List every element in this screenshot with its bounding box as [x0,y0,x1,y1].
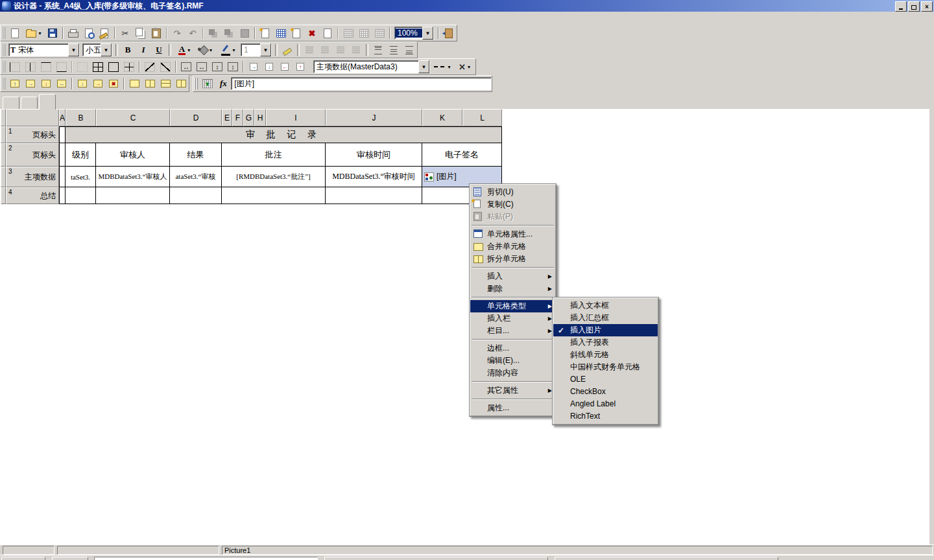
context-delete[interactable]: 删除 ▶ [470,283,555,295]
insert-col-right-button[interactable] [54,77,69,90]
border-inner-button[interactable] [122,60,136,73]
diagonal-down-button[interactable] [143,60,157,73]
insert-band-button[interactable] [258,27,272,40]
grow-width-button[interactable] [278,60,292,73]
cell-a4[interactable] [59,187,66,204]
column-header-h[interactable]: H [254,109,266,126]
submenu-insert-summary[interactable]: 插入汇总框 ▶ [553,312,658,324]
tab-script[interactable] [3,97,19,109]
context-columns[interactable]: 栏目... ▶ [470,325,555,337]
cell-ei4[interactable] [222,187,326,204]
open-button[interactable] [23,27,44,40]
row-header-1[interactable]: 1 页标头 [6,126,59,143]
cell-c4[interactable] [96,187,170,204]
column-header-g[interactable]: G [243,109,254,126]
insert-grid-button[interactable] [274,27,288,40]
page-setup-button[interactable] [97,27,112,40]
field-comment[interactable]: [RMDBDataSet3.“批注”] [222,167,326,187]
fit-height-button[interactable] [210,60,224,73]
column-header-f[interactable]: F [232,109,243,126]
highlight-pen-button[interactable] [280,43,294,56]
cell-a1[interactable] [59,126,66,143]
cell-a3[interactable] [59,167,66,187]
submenu-ole[interactable]: OLE ▶ [553,373,658,386]
zoom-combo[interactable]: 100% ▼ [394,27,434,40]
border-all-button[interactable] [91,60,105,73]
context-other-properties[interactable]: 其它属性 ▶ [470,384,555,397]
toolbar-grip[interactable] [2,44,5,56]
corner-cell[interactable] [6,109,59,126]
context-cell-type[interactable]: 单元格类型 ▶ [470,300,555,312]
border-outer-button[interactable] [106,60,121,73]
field-result[interactable]: ataSet3.“审核 [170,167,222,187]
submenu-insert-textbox[interactable]: 插入文本框 ▶ [553,299,658,312]
submenu-insert-subreport[interactable]: 插入子报表 ▶ [553,336,658,349]
cell-a2[interactable] [59,143,66,167]
cell-signature[interactable]: 电子签名 [422,143,502,167]
merge-cells-button[interactable] [127,77,141,90]
valign-top-button[interactable] [371,43,385,56]
submenu-richtext[interactable]: RichText ▶ [553,410,658,423]
toolbar-grip[interactable] [2,27,5,39]
restore-button[interactable] [908,1,920,12]
line-width-dropdown-icon[interactable]: ▼ [260,43,271,56]
exit-designer-button[interactable]: ◄ [442,27,456,40]
insert-row-button[interactable] [8,77,22,90]
column-header-i[interactable]: I [266,109,326,126]
taskbar-button-2[interactable] [324,557,548,560]
taskbar-button-3[interactable] [555,557,778,560]
quick-launch[interactable] [52,557,88,560]
submenu-angled-label[interactable]: Angled Label ▶ [553,398,658,410]
fit-width-alt-button[interactable] [195,60,209,73]
equal-height-button[interactable] [262,60,276,73]
context-border[interactable]: 边框... ▶ [470,342,555,355]
context-edit[interactable]: 编辑(E)... ▶ [470,355,555,367]
submenu-china-finance-cell[interactable]: 中国样式财务单元格 ▶ [553,361,658,373]
column-header-l[interactable]: L [462,109,502,126]
context-properties[interactable]: 属性... ▶ [470,402,555,414]
minimize-button[interactable] [895,1,907,12]
paste-button[interactable] [149,27,163,40]
dataset-combo[interactable]: 主项数据(MasterData3) ▼ [313,60,430,73]
toolbar-grip[interactable] [195,78,198,89]
fx-button[interactable]: fx [216,77,230,90]
vertical-scrollbar[interactable] [929,109,934,544]
fit-height-alt-button[interactable] [226,60,240,73]
cell-result[interactable]: 结果 [170,143,222,167]
column-header-d[interactable]: D [170,109,222,126]
size-dropdown-icon[interactable]: ▼ [101,43,112,56]
close-button[interactable]: × [921,1,933,12]
font-dropdown-icon[interactable]: ▼ [68,43,79,56]
new-button[interactable] [8,27,22,40]
equal-width-button[interactable] [246,60,261,73]
row-header-3[interactable]: 3 主项数据 [6,167,59,187]
column-header-a[interactable]: A [59,109,66,126]
cell-level[interactable]: 级别 [66,143,96,167]
taskbar-button-1[interactable] [94,557,318,560]
row-header-4[interactable]: 4 总结 [6,187,59,204]
column-header-j[interactable]: J [326,109,422,126]
print-preview-button[interactable] [82,27,96,40]
copy-button[interactable] [134,27,148,40]
dataset-dropdown-icon[interactable]: ▼ [418,60,429,73]
line-color-button[interactable] [218,43,239,56]
print-button[interactable] [66,27,80,40]
tab-page1[interactable] [21,97,38,109]
field-level[interactable]: taSet3. [66,167,96,187]
cut-button[interactable]: ✂ [118,27,132,40]
context-merge-cells[interactable]: 合并单元格 ▶ [470,240,555,253]
submenu-checkbox[interactable]: CheckBox ▶ [553,386,658,398]
toolbar-grip[interactable] [2,78,5,89]
border-bottom-button[interactable] [54,60,69,73]
cell-review-time[interactable]: 审核时间 [326,143,422,167]
delete-cells-button[interactable] [106,77,121,90]
delete-report-button[interactable]: ✖ [305,27,319,40]
column-header-c[interactable]: C [96,109,170,126]
save-button[interactable] [45,27,60,40]
blank-page-button[interactable] [320,27,335,40]
insert-style-button[interactable] [289,27,304,40]
valign-bottom-button[interactable] [402,43,416,56]
diagonal-up-button[interactable] [158,60,173,73]
font-name-combo[interactable]: T 宋体 ▼ [8,43,80,56]
cell-j4[interactable] [326,187,422,204]
